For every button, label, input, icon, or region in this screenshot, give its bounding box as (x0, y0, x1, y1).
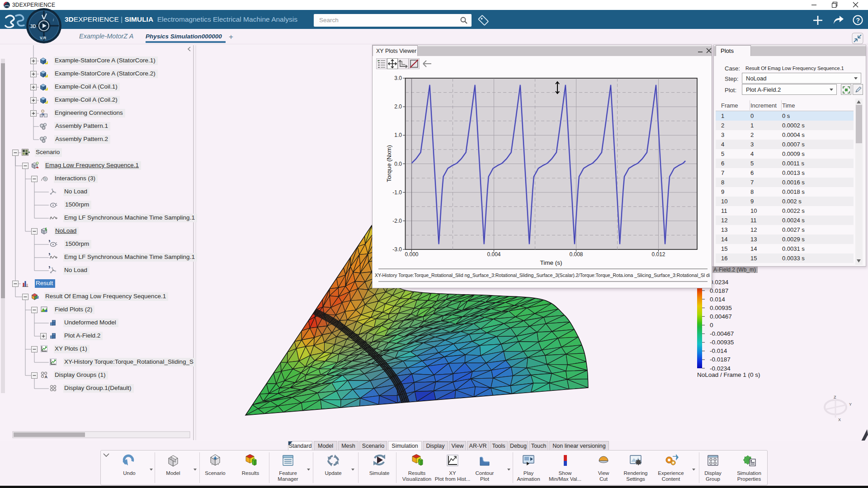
svg-text:Z: Z (834, 395, 836, 399)
svg-text:-2.0: -2.0 (392, 218, 402, 224)
svg-text:3D: 3D (30, 24, 36, 29)
svg-text:-1.0: -1.0 (392, 189, 402, 196)
svg-text:0.00467: 0.00467 (710, 313, 732, 320)
svg-text:XY-History Torque:Torque_Rotat: XY-History Torque:Torque_Rotational_Slid… (375, 272, 710, 278)
svg-text:A-Field.2 (Wb_m): A-Field.2 (Wb_m) (713, 267, 756, 273)
svg-text:-3.0: -3.0 (392, 246, 402, 253)
svg-text:3.0: 3.0 (394, 75, 402, 81)
svg-text:Torque (Nxm): Torque (Nxm) (386, 145, 392, 182)
svg-text:-0.014: -0.014 (710, 347, 727, 354)
svg-text:0.014: 0.014 (710, 296, 725, 303)
svg-text:V.R: V.R (40, 36, 47, 40)
svg-text:-0.00467: -0.00467 (710, 330, 734, 337)
svg-text:X: X (838, 418, 841, 422)
svg-text:0.004: 0.004 (487, 251, 500, 258)
svg-text:-0.0234: -0.0234 (710, 365, 731, 372)
svg-text:5: 5 (49, 240, 51, 243)
svg-text:0.0187: 0.0187 (710, 287, 728, 294)
svg-text:Y: Y (849, 402, 852, 407)
svg-text:0.000: 0.000 (405, 251, 418, 258)
svg-text:Time (s): Time (s) (540, 259, 562, 266)
svg-text:5: 5 (49, 266, 51, 269)
svg-text:2.0: 2.0 (394, 103, 402, 110)
svg-text:0.008: 0.008 (569, 251, 583, 258)
svg-text:A: A (45, 375, 48, 379)
svg-text:0.0: 0.0 (394, 161, 402, 167)
svg-text:NoLoad / Frame 1 (0 s): NoLoad / Frame 1 (0 s) (697, 371, 760, 378)
svg-text:0.0234: 0.0234 (710, 279, 729, 286)
svg-text:-0.00935: -0.00935 (710, 339, 734, 346)
svg-text:0: 0 (710, 322, 713, 328)
svg-text:5: 5 (49, 253, 51, 256)
svg-text:-0.0187: -0.0187 (710, 356, 731, 363)
svg-text:0.00935: 0.00935 (710, 305, 732, 311)
svg-text:1.0: 1.0 (394, 132, 402, 138)
svg-text:0.012: 0.012 (651, 251, 665, 258)
svg-text:?: ? (856, 17, 860, 24)
